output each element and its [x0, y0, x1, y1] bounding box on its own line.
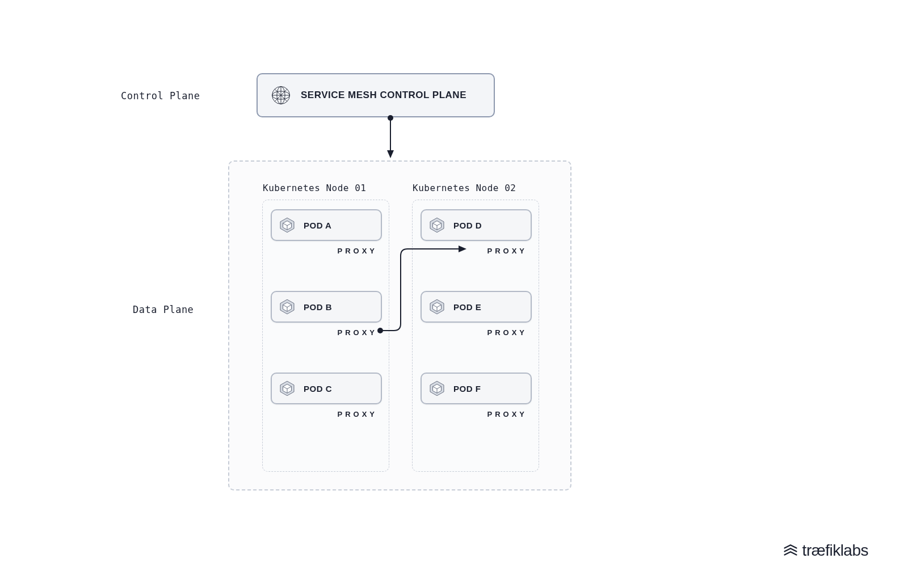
pod-a: POD A — [271, 209, 382, 241]
control-plane-box: SERVICE MESH CONTROL PLANE — [257, 73, 495, 117]
pod-c: POD C — [271, 373, 382, 404]
pod-b-proxy: PROXY — [337, 328, 377, 337]
data-plane-container: Kubernetes Node 01 POD A PROXY POD B PRO… — [228, 160, 571, 490]
pod-c-label: POD C — [304, 384, 332, 394]
brand-icon — [782, 542, 799, 559]
k8s-node-01: Kubernetes Node 01 POD A PROXY POD B PRO… — [262, 200, 389, 472]
pod-d-proxy: PROXY — [487, 247, 527, 255]
pod-b-label: POD B — [304, 302, 332, 312]
pod-e-proxy: PROXY — [487, 328, 527, 337]
pod-e: POD E — [421, 291, 532, 323]
control-plane-title: SERVICE MESH CONTROL PLANE — [301, 90, 466, 101]
control-plane-label: Control Plane — [121, 90, 200, 101]
pod-f-proxy: PROXY — [487, 410, 527, 418]
k8s-node-02: Kubernetes Node 02 POD D PROXY POD E PRO… — [412, 200, 539, 472]
pod-c-proxy: PROXY — [337, 410, 377, 418]
data-plane-label: Data Plane — [133, 304, 194, 315]
pod-a-proxy: PROXY — [337, 247, 377, 255]
pod-e-label: POD E — [453, 302, 481, 312]
pod-icon — [279, 217, 296, 234]
pod-d-label: POD D — [453, 221, 482, 230]
brand-text: træfiklabs — [802, 542, 868, 560]
pod-icon — [428, 298, 445, 315]
pod-a-label: POD A — [304, 221, 331, 230]
pod-f-label: POD F — [453, 384, 481, 394]
pod-icon — [279, 298, 296, 315]
pod-d: POD D — [421, 209, 532, 241]
node-02-title: Kubernetes Node 02 — [413, 183, 516, 193]
pod-icon — [428, 380, 445, 397]
pod-icon — [428, 217, 445, 234]
pod-icon — [279, 380, 296, 397]
mesh-icon — [270, 84, 292, 106]
pod-b: POD B — [271, 291, 382, 323]
pod-f: POD F — [421, 373, 532, 404]
brand-logo: træfiklabs — [782, 542, 868, 560]
node-01-title: Kubernetes Node 01 — [263, 183, 366, 193]
